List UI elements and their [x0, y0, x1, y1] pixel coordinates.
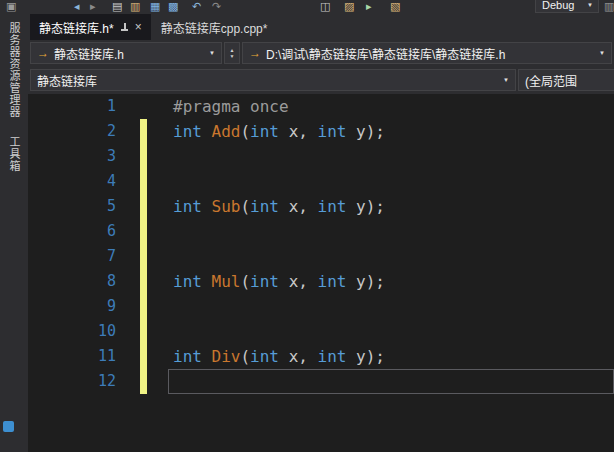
line-number: 1 [28, 94, 116, 119]
code-text [168, 294, 614, 319]
code-line[interactable]: 12 [28, 369, 614, 394]
sidebar-item-toolbox[interactable]: 工具箱 [6, 136, 22, 172]
window-menu-icon[interactable]: ▣ [6, 0, 16, 13]
code-token: int [173, 122, 202, 141]
member-scope-dropdown[interactable]: (全局范围 [518, 69, 614, 91]
line-number: 11 [28, 344, 116, 369]
left-dock-bar: 服务器资源管理器工具箱 [0, 14, 28, 452]
code-line[interactable]: 5int Sub(int x, int y); [28, 194, 614, 219]
code-line[interactable]: 6 [28, 219, 614, 244]
save-icon[interactable]: ▦ [150, 0, 160, 13]
window-layout-icon[interactable]: ◫ [320, 0, 330, 13]
code-line[interactable]: 10 [28, 319, 614, 344]
code-text: #pragma once [168, 94, 614, 119]
code-line[interactable]: 3 [28, 144, 614, 169]
line-number: 10 [28, 319, 116, 344]
code-line[interactable]: 1#pragma once [28, 94, 614, 119]
document-tab[interactable]: 静态链接库.h*× [30, 14, 151, 40]
close-icon[interactable]: × [135, 21, 142, 33]
code-token: ( [240, 122, 250, 141]
debug-configuration-label: Debug [542, 0, 574, 11]
navigate-forward-icon[interactable]: ▸ [90, 0, 96, 13]
code-line[interactable]: 8int Mul(int x, int y); [28, 269, 614, 294]
tab-label: 静态链接库.h* [39, 19, 114, 36]
code-text [168, 319, 614, 344]
change-indicator [140, 194, 147, 219]
line-number: 2 [28, 119, 116, 144]
file-dropdown[interactable]: → 静态链接库.h ▼ [30, 42, 222, 64]
chevron-up-icon: ▲ [230, 48, 235, 53]
tab-bar: 静态链接库.h*×静态链接库cpp.cpp* [28, 14, 614, 40]
change-indicator [140, 94, 147, 119]
code-token: x, [279, 272, 318, 291]
code-line[interactable]: 9 [28, 294, 614, 319]
change-indicator [140, 319, 147, 344]
save-all-icon[interactable]: ▩ [168, 0, 178, 13]
code-token: int [250, 122, 279, 141]
change-indicator [140, 269, 147, 294]
open-file-icon[interactable]: ▥ [130, 0, 140, 13]
code-token: int [318, 272, 347, 291]
code-token: int [173, 272, 202, 291]
navigate-back-icon[interactable]: ◂ [74, 0, 80, 13]
code-text: int Sub(int x, int y); [168, 194, 614, 219]
code-text [168, 244, 614, 269]
options-icon[interactable]: ▧ [390, 0, 400, 13]
sidebar-items: 服务器资源管理器工具箱 [6, 22, 22, 172]
line-number: 8 [28, 269, 116, 294]
code-token: int [318, 347, 347, 366]
toolbox-icon[interactable]: ▨ [344, 0, 354, 13]
code-token [202, 122, 212, 141]
code-token: int [173, 347, 202, 366]
code-token: int [250, 347, 279, 366]
more-commands-icon[interactable]: ▥ [604, 0, 614, 13]
undo-icon[interactable]: ↶ [192, 0, 201, 13]
member-scope-value: (全局范围 [525, 72, 577, 89]
path-dropdown[interactable]: → D:\调试\静态链接库\静态链接库\静态链接库.h ▼ [242, 42, 612, 64]
sidebar-item-server-explorer[interactable]: 服务器资源管理器 [6, 22, 22, 118]
change-indicator [140, 219, 147, 244]
document-tab[interactable]: 静态链接库cpp.cpp* [152, 14, 277, 40]
code-text: int Add(int x, int y); [168, 119, 614, 144]
output-window-icon[interactable] [3, 421, 14, 432]
debug-configuration-dropdown[interactable]: Debug ▼ [535, 0, 599, 13]
code-token [202, 347, 212, 366]
code-token: Div [212, 347, 241, 366]
tab-label: 静态链接库cpp.cpp* [161, 19, 268, 36]
code-token: y); [346, 122, 385, 141]
change-indicator [140, 169, 147, 194]
code-token: Sub [212, 197, 241, 216]
scope-dropdown[interactable]: 静态链接库 ▼ [30, 69, 516, 91]
change-indicator [140, 244, 147, 269]
code-text: int Div(int x, int y); [168, 344, 614, 369]
pin-icon[interactable] [120, 22, 129, 33]
navbar-splitter-button[interactable]: ▲ ▼ [224, 42, 240, 64]
code-token: ( [240, 197, 250, 216]
line-number: 4 [28, 169, 116, 194]
code-line[interactable]: 11int Div(int x, int y); [28, 344, 614, 369]
code-line[interactable]: 4 [28, 169, 614, 194]
code-token [202, 272, 212, 291]
code-line[interactable]: 2int Add(int x, int y); [28, 119, 614, 144]
start-debug-icon[interactable]: ▸ [366, 0, 372, 13]
code-token: int [250, 272, 279, 291]
change-indicator [140, 369, 147, 394]
chevron-down-icon: ▼ [587, 2, 593, 11]
code-token: ( [240, 347, 250, 366]
navigate-arrow-icon: → [37, 47, 49, 59]
code-token: y); [346, 347, 385, 366]
code-token: x, [279, 197, 318, 216]
change-indicator [140, 344, 147, 369]
chevron-down-icon: ▼ [209, 50, 215, 56]
file-dropdown-value: 静态链接库.h [54, 45, 124, 62]
code-token [202, 197, 212, 216]
new-file-icon[interactable]: ▤ [112, 0, 122, 13]
code-token: int [318, 122, 347, 141]
code-text [168, 144, 614, 169]
code-editor[interactable]: 1#pragma once2int Add(int x, int y);345i… [28, 94, 614, 452]
redo-icon[interactable]: ↷ [212, 0, 221, 13]
code-line[interactable]: 7 [28, 244, 614, 269]
code-token: #pragma once [173, 97, 289, 116]
code-text: int Mul(int x, int y); [168, 269, 614, 294]
code-token: x, [279, 122, 318, 141]
